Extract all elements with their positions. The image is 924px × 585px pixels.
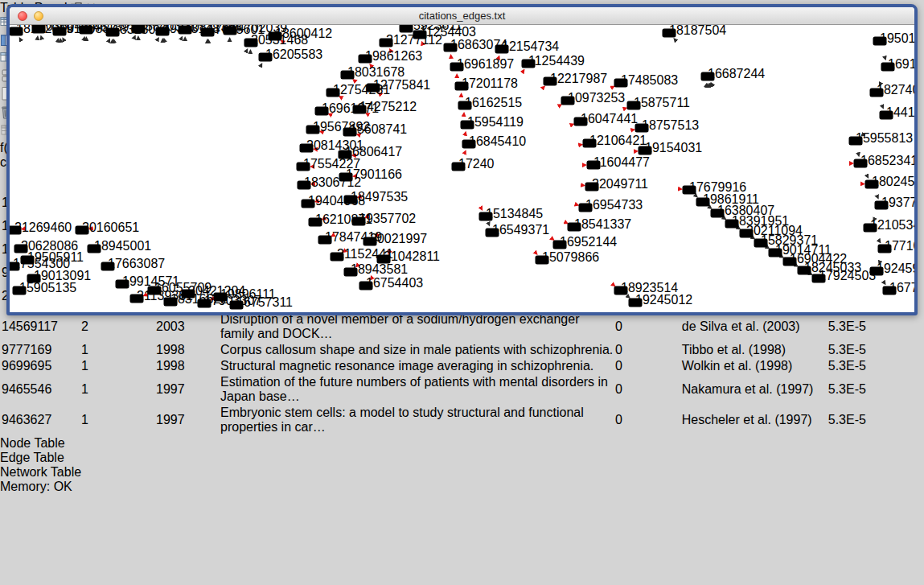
cell-year[interactable]: 1998: [156, 359, 219, 373]
graph-node[interactable]: 14410904: [880, 105, 915, 120]
cell-year[interactable]: 1998: [156, 343, 219, 357]
cell-in-degree[interactable]: 1: [81, 359, 154, 373]
cell-out-degree[interactable]: 0: [615, 406, 680, 435]
graph-node[interactable]: 19154031: [639, 141, 703, 155]
graph-node[interactable]: 17201178: [455, 76, 519, 91]
graph-node[interactable]: 18943581: [344, 262, 409, 277]
cell-in-degree[interactable]: 2: [81, 312, 154, 341]
cell-year[interactable]: 2003: [156, 312, 219, 341]
zoom-window-button[interactable]: [50, 11, 60, 21]
graph-node[interactable]: 17710361: [878, 239, 915, 253]
graph-node[interactable]: 15134845: [479, 207, 544, 221]
graph-node[interactable]: 17663087: [101, 257, 166, 271]
citation-network-graph[interactable]: 1724021277112198612631803167812754231169…: [10, 25, 914, 311]
graph-node[interactable]: 12106421: [583, 134, 647, 148]
cell-title[interactable]: Structural magnetic resonance image aver…: [220, 359, 614, 373]
graph-node[interactable]: 17901166: [339, 167, 403, 182]
table-row[interactable]: 977716911998Corpus callosum shape and si…: [2, 343, 906, 357]
graph-node[interactable]: 16845410: [462, 134, 527, 149]
graph-node[interactable]: 19245901: [870, 262, 915, 276]
graph-node[interactable]: 19505911: [21, 250, 84, 265]
network-canvas[interactable]: 1724021277112198612631803167812754231169…: [10, 25, 914, 315]
graph-node[interactable]: 15923611: [400, 25, 463, 33]
graph-node[interactable]: 18497535: [344, 190, 409, 204]
cell-out-degree[interactable]: 0: [615, 375, 680, 404]
graph-node[interactable]: 12154734: [495, 39, 560, 54]
graph-node[interactable]: 21042811: [377, 249, 441, 264]
graph-node[interactable]: 16806417: [339, 145, 403, 159]
tab-node-table[interactable]: Node Table: [0, 436, 924, 451]
graph-node[interactable]: 15079866: [536, 250, 600, 265]
cell-name[interactable]: 9463627: [2, 406, 80, 435]
graph-node[interactable]: 18187504: [663, 25, 727, 38]
graph-node[interactable]: 16772412: [883, 281, 915, 295]
graph-node[interactable]: 18757513: [635, 118, 700, 133]
cell-short[interactable]: Wolkin et al. (1998): [682, 359, 827, 373]
graph-node[interactable]: 14275212: [353, 100, 417, 114]
cell-pagerank[interactable]: 5.3E-5: [828, 343, 906, 357]
cell-pagerank[interactable]: 5.3E-5: [828, 359, 906, 373]
graph-node[interactable]: 16961897: [450, 57, 515, 72]
table-row[interactable]: 946554611997Estimation of the future num…: [2, 375, 906, 404]
graph-node[interactable]: 15608741: [343, 122, 408, 137]
graph-node[interactable]: 20531468: [244, 33, 309, 47]
graph-node[interactable]: 18945001: [88, 239, 152, 253]
graph-node[interactable]: 17240: [452, 157, 495, 171]
cell-out-degree[interactable]: 0: [615, 312, 680, 341]
tab-edge-table[interactable]: Edge Table: [0, 451, 924, 465]
graph-node[interactable]: 17924503: [812, 269, 877, 283]
graph-node[interactable]: 17485083: [614, 73, 679, 88]
graph-node[interactable]: 21269460: [10, 220, 72, 235]
graph-node[interactable]: 11254439: [522, 54, 585, 68]
table-row[interactable]: 969969511998Structural magnetic resonanc…: [2, 359, 906, 373]
table-row[interactable]: 946362711997Embryonic stem cells: a mode…: [2, 406, 906, 435]
window-titlebar[interactable]: citations_edges.txt: [10, 7, 914, 25]
graph-node[interactable]: 20021997: [363, 232, 428, 246]
cell-title[interactable]: Estimation of the future numbers of pati…: [220, 375, 614, 404]
graph-node[interactable]: 18274011: [870, 83, 915, 97]
cell-name[interactable]: 9699695: [2, 359, 80, 373]
graph-node[interactable]: 16852341: [854, 154, 915, 168]
graph-node[interactable]: 16687244: [701, 67, 766, 81]
graph-node[interactable]: 15905135: [13, 281, 77, 295]
graph-node[interactable]: 16757311: [230, 295, 294, 310]
cell-out-degree[interactable]: 0: [615, 343, 680, 357]
graph-node[interactable]: 16549371: [486, 223, 550, 237]
cell-name[interactable]: 9777169: [2, 343, 80, 357]
graph-node[interactable]: 18541337: [568, 217, 632, 232]
cell-short[interactable]: Tibbo et al. (1998): [682, 343, 827, 357]
table-row[interactable]: 1456911722003Disruption of a novel membe…: [2, 312, 906, 341]
cell-pagerank[interactable]: 5.3E-5: [828, 375, 906, 404]
graph-node[interactable]: 19377116: [875, 196, 915, 210]
cell-name[interactable]: 14569117: [2, 312, 80, 341]
cell-title[interactable]: Embryonic stem cells: a model to study s…: [220, 406, 614, 435]
cell-name[interactable]: 9465546: [2, 375, 80, 404]
graph-node[interactable]: 12775841: [367, 78, 431, 93]
graph-node[interactable]: 16754403: [359, 276, 424, 290]
cell-short[interactable]: Nakamura et al. (1997): [682, 375, 827, 404]
tab-network-table[interactable]: Network Table: [0, 465, 924, 480]
graph-node[interactable]: 11604477: [587, 155, 651, 170]
graph-node[interactable]: 19861263: [359, 49, 423, 64]
graph-node[interactable]: 12105344: [864, 218, 915, 233]
graph-node[interactable]: 16954733: [579, 198, 643, 212]
graph-node[interactable]: 19501517: [873, 31, 915, 46]
graph-node[interactable]: 15875711: [627, 96, 691, 110]
cell-in-degree[interactable]: 1: [81, 375, 154, 404]
cell-in-degree[interactable]: 1: [81, 406, 154, 435]
graph-node[interactable]: 16205583: [259, 47, 323, 62]
cell-year[interactable]: 1997: [156, 375, 219, 404]
graph-node[interactable]: 19357702: [352, 212, 417, 226]
cell-short[interactable]: Hescheler et al. (1997): [682, 406, 827, 435]
graph-node[interactable]: 18024511: [865, 175, 915, 189]
graph-node[interactable]: 12217987: [544, 72, 608, 86]
minimize-window-button[interactable]: [34, 11, 43, 21]
graph-node[interactable]: 15955813: [849, 131, 914, 146]
graph-node[interactable]: 22049711: [585, 177, 649, 192]
cell-pagerank[interactable]: 5.3E-5: [828, 312, 906, 341]
graph-node[interactable]: 20160651: [76, 220, 140, 235]
graph-node[interactable]: 16911204: [881, 57, 915, 72]
graph-node[interactable]: 16047441: [574, 112, 639, 126]
cell-in-degree[interactable]: 1: [81, 343, 154, 357]
graph-node[interactable]: 16952144: [553, 235, 618, 249]
